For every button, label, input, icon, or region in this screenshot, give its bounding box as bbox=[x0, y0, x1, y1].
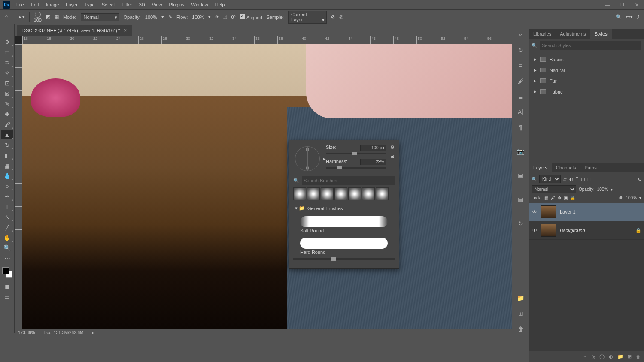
search-icon[interactable]: 🔍 bbox=[616, 14, 622, 20]
screenmode-icon[interactable]: ▭ bbox=[1, 292, 13, 302]
hand-tool[interactable]: ✋ bbox=[1, 233, 13, 242]
camera-panel-icon[interactable]: 📷 bbox=[516, 146, 526, 157]
eyedropper-tool[interactable]: ✎ bbox=[1, 99, 13, 109]
angle-value[interactable]: 0° bbox=[231, 15, 236, 20]
blend-mode-select[interactable]: Normal bbox=[532, 185, 576, 193]
tab-adjustments[interactable]: Adjustments bbox=[556, 29, 590, 39]
filter-smart-icon[interactable]: ◫ bbox=[587, 177, 591, 181]
menu-image[interactable]: Image bbox=[43, 2, 63, 7]
new-icon[interactable]: ⊞ bbox=[516, 308, 526, 319]
hardness-input[interactable] bbox=[360, 159, 386, 165]
edit-toolbar[interactable]: ⋯ bbox=[1, 253, 13, 263]
folder-icon[interactable]: 📁 bbox=[516, 293, 526, 303]
frame-tool[interactable]: ⊠ bbox=[1, 89, 13, 98]
lock-artboard-icon[interactable]: ▣ bbox=[564, 196, 568, 200]
rotate-panel-icon[interactable]: ↻ bbox=[516, 218, 526, 229]
mask-icon[interactable]: ◯ bbox=[599, 354, 605, 359]
brush-preset[interactable] bbox=[334, 187, 347, 200]
opacity-value[interactable]: 100% bbox=[145, 15, 157, 20]
menu-view[interactable]: View bbox=[149, 2, 166, 7]
stamp-tool[interactable]: ▲ bbox=[1, 130, 13, 139]
menu-plugins[interactable]: Plugins bbox=[165, 2, 188, 7]
brush-tool[interactable]: 🖌 bbox=[1, 120, 13, 129]
brush-item-soft-round[interactable]: Soft Round bbox=[293, 214, 395, 234]
gradient-tool[interactable]: ▦ bbox=[1, 161, 13, 170]
brush-preset[interactable] bbox=[362, 187, 375, 200]
shape-tool[interactable]: ╱ bbox=[1, 223, 13, 232]
menu-window[interactable]: Window bbox=[188, 2, 212, 7]
minimize-button[interactable]: — bbox=[600, 0, 615, 9]
new-preset-icon[interactable]: ⊞ bbox=[390, 154, 395, 159]
brush-angle-control[interactable] bbox=[295, 146, 320, 171]
document-canvas[interactable] bbox=[22, 44, 512, 330]
pressure-opacity-icon[interactable]: ✎ bbox=[168, 14, 172, 20]
wand-tool[interactable]: ✧ bbox=[1, 68, 13, 78]
search-brushes-input[interactable] bbox=[302, 176, 395, 185]
brush-item-hard-round[interactable]: Hard Round bbox=[293, 236, 395, 256]
fx-icon[interactable]: fx bbox=[591, 354, 595, 359]
hardness-slider[interactable] bbox=[326, 167, 386, 169]
brush-preset[interactable] bbox=[293, 187, 306, 200]
mode-select[interactable]: Normal bbox=[81, 13, 119, 21]
menu-file[interactable]: File bbox=[13, 2, 27, 7]
blur-tool[interactable]: 💧 bbox=[1, 171, 13, 181]
sample-select[interactable]: Current Layer bbox=[288, 11, 327, 24]
lock-position-icon[interactable]: ✥ bbox=[558, 196, 561, 200]
menu-select[interactable]: Select bbox=[98, 2, 118, 7]
size-input[interactable] bbox=[360, 145, 386, 151]
patterns-panel-icon[interactable]: ▦ bbox=[516, 194, 526, 205]
aligned-checkbox[interactable]: Aligned bbox=[240, 14, 262, 20]
link-layers-icon[interactable]: ⚭ bbox=[583, 354, 587, 359]
styles-folder-basics[interactable]: ▸ Basics bbox=[532, 54, 641, 65]
eraser-tool[interactable]: ◧ bbox=[1, 151, 13, 160]
tab-layers[interactable]: Layers bbox=[529, 163, 552, 172]
filter-shape-icon[interactable]: ▢ bbox=[581, 177, 585, 181]
type-tool[interactable]: T bbox=[1, 202, 13, 211]
layer-filter-kind[interactable]: Kind bbox=[539, 175, 561, 183]
tab-channels[interactable]: Channels bbox=[552, 163, 580, 172]
close-tab-icon[interactable]: × bbox=[124, 27, 127, 33]
flow-value[interactable]: 100% bbox=[192, 15, 204, 20]
styles-folder-fur[interactable]: ▸ Fur bbox=[532, 75, 641, 86]
move-tool[interactable]: ✥ bbox=[1, 37, 13, 47]
filter-toggle[interactable]: ⊙ bbox=[638, 177, 641, 181]
filter-adj-icon[interactable]: ◐ bbox=[569, 177, 573, 181]
menu-edit[interactable]: Edit bbox=[27, 2, 43, 7]
lock-transparency-icon[interactable]: ▦ bbox=[544, 196, 548, 200]
filter-image-icon[interactable]: ▱ bbox=[563, 177, 567, 181]
menu-type[interactable]: Type bbox=[81, 2, 98, 7]
dodge-tool[interactable]: ○ bbox=[1, 181, 13, 191]
marquee-tool[interactable]: ▭ bbox=[1, 48, 13, 57]
filter-type-icon[interactable]: T bbox=[576, 177, 578, 181]
menu-layer[interactable]: Layer bbox=[62, 2, 81, 7]
layer-name[interactable]: Background bbox=[560, 228, 585, 233]
layer-thumbnail[interactable] bbox=[541, 224, 556, 237]
brushes-panel-icon[interactable]: ≣ bbox=[516, 91, 526, 102]
lasso-tool[interactable]: ⊃ bbox=[1, 58, 13, 67]
brush-preset[interactable] bbox=[348, 187, 361, 200]
color-swatches[interactable] bbox=[2, 267, 12, 278]
zoom-level[interactable]: 173.86% bbox=[18, 330, 35, 335]
menu-filter[interactable]: Filter bbox=[118, 2, 135, 7]
tab-styles[interactable]: Styles bbox=[590, 29, 612, 39]
brush-folder-header[interactable]: ▾ 📁 General Brushes bbox=[293, 204, 395, 213]
layer-row[interactable]: 👁 Background 🔒 bbox=[529, 221, 644, 240]
workspace-icon[interactable]: ▭▾ bbox=[626, 14, 633, 20]
brush-preset[interactable] bbox=[321, 187, 334, 200]
layer-opacity-value[interactable]: 100% bbox=[597, 187, 608, 192]
pressure-size-icon[interactable]: ◎ bbox=[339, 14, 343, 20]
brush-preset[interactable] bbox=[376, 187, 389, 200]
horizontal-ruler[interactable]: 1618202224262830323436384042444648505254… bbox=[22, 36, 512, 44]
group-icon[interactable]: 📁 bbox=[617, 354, 623, 359]
paragraph-panel-icon[interactable]: ¶ bbox=[516, 122, 526, 133]
lock-all-icon[interactable]: 🔒 bbox=[570, 196, 575, 200]
arrow-icon[interactable]: ▸ bbox=[323, 156, 326, 162]
tab-paths[interactable]: Paths bbox=[580, 163, 601, 172]
layer-row[interactable]: 👁 Layer 1 bbox=[529, 203, 644, 221]
adjustment-icon[interactable]: ◐ bbox=[609, 354, 613, 359]
brush-panel-icon[interactable]: ◩ bbox=[46, 14, 50, 20]
brush-size-value[interactable]: 100 bbox=[34, 18, 42, 23]
swatches-panel-icon[interactable]: ▣ bbox=[516, 170, 526, 181]
styles-folder-natural[interactable]: ▸ Natural bbox=[532, 65, 641, 75]
layer-thumbnail[interactable] bbox=[541, 205, 556, 218]
